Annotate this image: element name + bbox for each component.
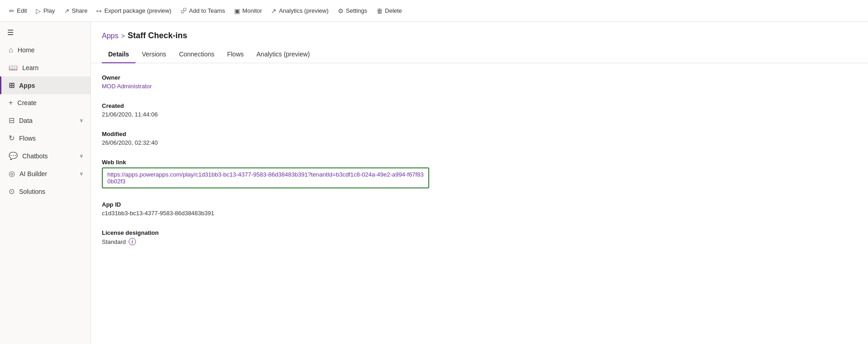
sidebar-item-create[interactable]: + Create: [0, 94, 90, 111]
share-button[interactable]: ↗ Share: [60, 5, 91, 17]
license-value: Standard: [102, 238, 126, 245]
created-value: 21/06/2020, 11:44:06: [102, 111, 857, 118]
add-to-teams-button[interactable]: 🗪 Add to Teams: [177, 5, 229, 17]
apps-icon: ⊞: [9, 81, 15, 90]
edit-icon: ✏: [9, 7, 15, 15]
create-icon: +: [9, 99, 13, 107]
chatbots-icon: 💬: [9, 152, 18, 160]
share-icon: ↗: [64, 7, 70, 15]
web-link-group: Web link https://apps.powerapps.com/play…: [102, 159, 857, 188]
breadcrumb: Apps > Staff Check-ins: [91, 22, 868, 44]
breadcrumb-apps-link[interactable]: Apps: [102, 32, 118, 40]
toolbar: ✏ Edit ▷ Play ↗ Share ↦ Export package (…: [0, 0, 868, 22]
owner-label: Owner: [102, 74, 857, 81]
solutions-icon: ⊙: [9, 187, 15, 196]
flows-icon: ↻: [9, 134, 15, 142]
details-panel: Owner MOD Administrator Created 21/06/20…: [91, 63, 868, 269]
teams-icon: 🗪: [181, 7, 187, 15]
data-chevron-icon: ∨: [80, 117, 83, 123]
export-button[interactable]: ↦ Export package (preview): [93, 5, 175, 17]
modified-value: 26/06/2020, 02:32:40: [102, 139, 857, 146]
delete-icon: 🗑: [376, 7, 383, 15]
license-label: License designation: [102, 229, 857, 236]
settings-button[interactable]: ⚙ Settings: [334, 5, 371, 17]
tab-versions[interactable]: Versions: [135, 46, 173, 63]
settings-icon: ⚙: [338, 7, 344, 15]
play-button[interactable]: ▷ Play: [32, 5, 58, 17]
app-id-value: c1d31bb3-bc13-4377-9583-86d38483b391: [102, 210, 857, 217]
content-area: Apps > Staff Check-ins Details Versions …: [91, 22, 868, 344]
sidebar-item-flows[interactable]: ↻ Flows: [0, 129, 90, 147]
data-icon: ⊟: [9, 116, 15, 125]
ai-builder-icon: ◎: [9, 169, 15, 178]
play-icon: ▷: [36, 7, 41, 15]
created-group: Created 21/06/2020, 11:44:06: [102, 102, 857, 118]
sidebar-item-learn[interactable]: 📖 Learn: [0, 59, 90, 76]
web-link-label: Web link: [102, 159, 857, 166]
export-icon: ↦: [96, 7, 102, 15]
modified-group: Modified 26/06/2020, 02:32:40: [102, 131, 857, 146]
breadcrumb-current: Staff Check-ins: [128, 31, 187, 40]
home-icon: ⌂: [9, 46, 13, 54]
analytics-icon: ↗: [271, 7, 276, 15]
tabs: Details Versions Connections Flows Analy…: [91, 46, 868, 63]
license-info-icon[interactable]: i: [129, 238, 136, 245]
breadcrumb-separator: >: [121, 32, 125, 40]
license-group: License designation Standard i: [102, 229, 857, 245]
owner-group: Owner MOD Administrator: [102, 74, 857, 90]
tab-analytics[interactable]: Analytics (preview): [250, 46, 316, 63]
sidebar-item-apps[interactable]: ⊞ Apps: [0, 76, 90, 94]
analytics-button[interactable]: ↗ Analytics (preview): [267, 5, 332, 17]
tab-connections[interactable]: Connections: [173, 46, 221, 63]
sidebar-item-ai-builder[interactable]: ◎ AI Builder ∨: [0, 165, 90, 182]
owner-value[interactable]: MOD Administrator: [102, 83, 857, 90]
ai-builder-chevron-icon: ∨: [80, 171, 83, 177]
chatbots-chevron-icon: ∨: [80, 153, 83, 159]
web-link-value[interactable]: https://apps.powerapps.com/play/c1d31bb3…: [102, 167, 429, 188]
learn-icon: 📖: [9, 63, 18, 72]
monitor-button[interactable]: ▣ Monitor: [231, 5, 266, 17]
delete-button[interactable]: 🗑 Delete: [373, 5, 406, 17]
license-row: Standard i: [102, 238, 857, 245]
created-label: Created: [102, 102, 857, 109]
monitor-icon: ▣: [234, 7, 240, 15]
tab-details[interactable]: Details: [102, 46, 135, 63]
main-layout: ☰ ⌂ Home 📖 Learn ⊞ Apps + Create ⊟ Data …: [0, 22, 868, 344]
tab-flows[interactable]: Flows: [221, 46, 250, 63]
modified-label: Modified: [102, 131, 857, 137]
sidebar-item-home[interactable]: ⌂ Home: [0, 41, 90, 59]
app-id-group: App ID c1d31bb3-bc13-4377-9583-86d38483b…: [102, 201, 857, 217]
sidebar-item-data[interactable]: ⊟ Data ∨: [0, 111, 90, 129]
hamburger-button[interactable]: ☰: [0, 24, 90, 41]
app-id-label: App ID: [102, 201, 857, 208]
sidebar-item-chatbots[interactable]: 💬 Chatbots ∨: [0, 147, 90, 165]
sidebar: ☰ ⌂ Home 📖 Learn ⊞ Apps + Create ⊟ Data …: [0, 22, 91, 344]
edit-button[interactable]: ✏ Edit: [5, 5, 30, 17]
sidebar-item-solutions[interactable]: ⊙ Solutions: [0, 182, 90, 200]
